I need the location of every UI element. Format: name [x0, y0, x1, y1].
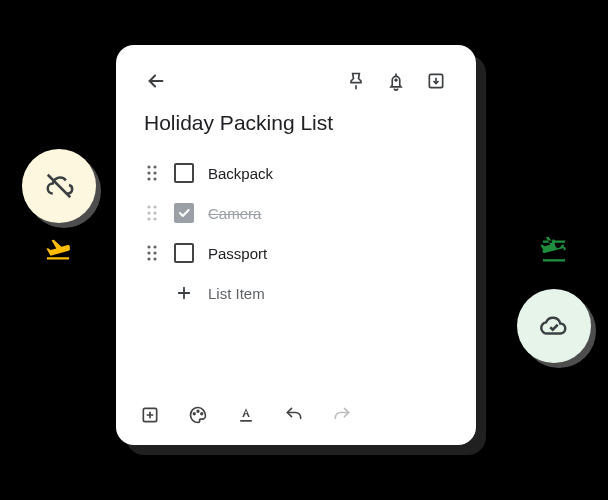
- palette-icon: [188, 405, 208, 425]
- list-item[interactable]: Camera: [144, 193, 456, 233]
- new-item-placeholder[interactable]: List Item: [208, 285, 265, 302]
- note-header: [136, 65, 456, 97]
- svg-point-17: [147, 257, 150, 260]
- svg-point-6: [153, 177, 156, 180]
- note-toolbar: [136, 401, 356, 429]
- svg-point-13: [147, 245, 150, 248]
- bell-plus-icon: [386, 71, 406, 91]
- svg-point-10: [153, 211, 156, 214]
- drag-handle-icon[interactable]: [144, 204, 160, 222]
- note-title[interactable]: Holiday Packing List: [136, 111, 456, 135]
- add-box-icon: [140, 405, 160, 425]
- checklist: Backpack Camera Passport List Item: [136, 153, 456, 313]
- item-text[interactable]: Passport: [208, 245, 267, 262]
- svg-point-22: [201, 413, 203, 415]
- svg-point-16: [153, 251, 156, 254]
- list-item[interactable]: Backpack: [144, 153, 456, 193]
- plus-icon: [174, 284, 194, 302]
- list-item[interactable]: Passport: [144, 233, 456, 273]
- flight-land-icon: [540, 237, 568, 265]
- svg-point-20: [193, 413, 195, 415]
- offline-indicator: [22, 149, 96, 223]
- svg-point-18: [153, 257, 156, 260]
- drag-handle-icon[interactable]: [144, 244, 160, 262]
- svg-point-9: [147, 211, 150, 214]
- drag-handle-icon[interactable]: [144, 164, 160, 182]
- synced-indicator: [517, 289, 591, 363]
- pin-button[interactable]: [336, 61, 376, 101]
- item-text[interactable]: Camera: [208, 205, 261, 222]
- svg-point-4: [153, 171, 156, 174]
- add-button[interactable]: [136, 401, 164, 429]
- archive-icon: [426, 71, 446, 91]
- checkbox[interactable]: [174, 243, 194, 263]
- svg-point-8: [153, 205, 156, 208]
- svg-point-3: [147, 171, 150, 174]
- checkbox[interactable]: [174, 203, 194, 223]
- color-button[interactable]: [184, 401, 212, 429]
- cloud-done-icon: [539, 311, 569, 341]
- undo-icon: [284, 405, 304, 425]
- check-icon: [177, 206, 191, 220]
- svg-point-7: [147, 205, 150, 208]
- svg-point-11: [147, 217, 150, 220]
- arrow-back-icon: [145, 70, 167, 92]
- new-list-item[interactable]: List Item: [144, 273, 456, 313]
- undo-button[interactable]: [280, 401, 308, 429]
- redo-button[interactable]: [328, 401, 356, 429]
- pin-icon: [346, 71, 366, 91]
- checkbox[interactable]: [174, 163, 194, 183]
- svg-point-1: [147, 165, 150, 168]
- item-text[interactable]: Backpack: [208, 165, 273, 182]
- text-format-button[interactable]: [232, 401, 260, 429]
- archive-button[interactable]: [416, 61, 456, 101]
- redo-icon: [332, 405, 352, 425]
- svg-point-21: [197, 410, 199, 412]
- svg-point-12: [153, 217, 156, 220]
- svg-point-2: [153, 165, 156, 168]
- cloud-off-icon: [44, 171, 74, 201]
- flight-takeoff-icon: [44, 235, 72, 263]
- text-format-icon: [236, 405, 256, 425]
- reminder-button[interactable]: [376, 61, 416, 101]
- note-card: Holiday Packing List Backpack Camera Pas…: [116, 45, 476, 445]
- svg-point-5: [147, 177, 150, 180]
- svg-point-15: [147, 251, 150, 254]
- svg-point-14: [153, 245, 156, 248]
- back-button[interactable]: [136, 61, 176, 101]
